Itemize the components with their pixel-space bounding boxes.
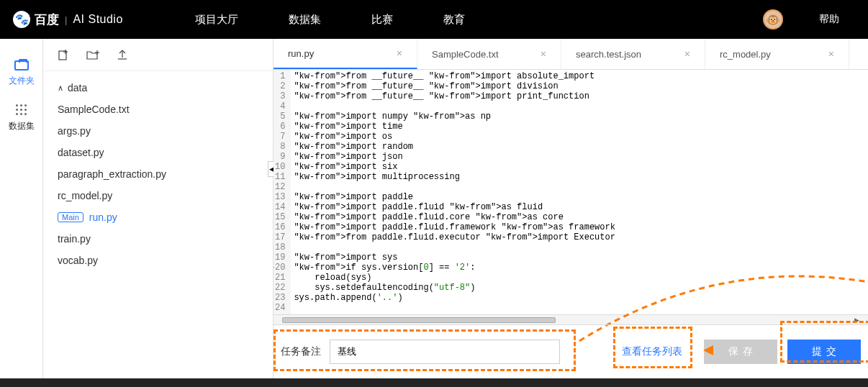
footer: 友情链接： PaddlePaddle训练营| PaddlePaddle官网| P…: [0, 378, 868, 387]
close-icon[interactable]: ×: [676, 48, 690, 60]
logo-baidu[interactable]: 🐾 百度: [13, 11, 59, 28]
editor-tab-samplecode[interactable]: SampleCode.txt ×: [417, 39, 561, 69]
tree-file[interactable]: dataset.py: [43, 142, 273, 163]
tree-file[interactable]: rc_model.py: [43, 185, 273, 206]
editor-tab-strip: run.py × SampleCode.txt × search.test.js…: [273, 39, 868, 70]
tree-file[interactable]: args.py: [43, 120, 273, 142]
task-bottom-bar: 任务备注 查看任务列表 保存 提交: [273, 324, 868, 378]
close-icon[interactable]: ×: [820, 48, 834, 60]
vnav-files-label: 文件夹: [9, 75, 35, 87]
tree-folder-data[interactable]: ∧ data: [43, 77, 273, 99]
new-folder-icon[interactable]: [86, 49, 99, 60]
tree-file[interactable]: SampleCode.txt: [43, 99, 273, 120]
vertical-nav: 文件夹 数据集: [0, 39, 43, 378]
task-remark-label: 任务备注: [281, 345, 321, 358]
close-icon[interactable]: ×: [532, 48, 546, 60]
grid-icon: [14, 104, 29, 116]
nav-competition[interactable]: 比赛: [371, 13, 393, 27]
submit-button[interactable]: 提交: [787, 340, 861, 364]
save-button[interactable]: 保存: [704, 340, 777, 364]
file-toolbar: [43, 39, 273, 71]
tree-file[interactable]: train.py: [43, 228, 273, 250]
help-link[interactable]: 帮助: [819, 13, 839, 26]
editor-tab-searchjson[interactable]: search.test.json ×: [561, 39, 705, 69]
scroll-right-icon[interactable]: ▶: [854, 317, 859, 324]
view-task-queue-link[interactable]: 查看任务列表: [622, 345, 682, 357]
editor-area: ◀ run.py × SampleCode.txt × search.test.…: [273, 39, 868, 378]
nav-dataset[interactable]: 数据集: [289, 13, 321, 27]
vnav-files[interactable]: 文件夹: [0, 52, 42, 96]
paw-icon: 🐾: [13, 11, 30, 28]
top-nav: 项目大厅 数据集 比赛 教育: [195, 13, 465, 27]
brand-sub: AI Studio: [73, 13, 122, 26]
top-right: 🐵 帮助: [763, 9, 868, 29]
nav-project-hall[interactable]: 项目大厅: [195, 13, 238, 27]
file-tree: ∧ data SampleCode.txt args.py dataset.py…: [43, 71, 273, 277]
tree-file-run[interactable]: Main run.py: [43, 206, 273, 228]
upload-icon[interactable]: [117, 49, 128, 60]
task-remark-input[interactable]: [330, 340, 560, 364]
brand-cn: 百度: [35, 12, 59, 28]
vnav-dataset-label: 数据集: [9, 120, 35, 132]
code-content[interactable]: "kw-from">from __future__ "kw-from">impo…: [291, 70, 868, 314]
logo-area: 🐾 百度 | AI Studio: [0, 11, 123, 28]
avatar[interactable]: 🐵: [763, 9, 783, 29]
line-gutter: 12345678910111213141516171819▾2021222324: [273, 70, 291, 314]
main-area: 文件夹 数据集 ∧ data SampleCode.txt args.py da…: [0, 39, 868, 378]
scrollbar-thumb[interactable]: [282, 317, 556, 323]
vnav-dataset[interactable]: 数据集: [0, 96, 42, 141]
brand-divider: |: [65, 14, 67, 25]
file-panel: ∧ data SampleCode.txt args.py dataset.py…: [43, 39, 273, 378]
new-file-icon[interactable]: [58, 49, 69, 60]
top-bar: 🐾 百度 | AI Studio 项目大厅 数据集 比赛 教育 🐵 帮助: [0, 0, 868, 39]
tree-file[interactable]: vocab.py: [43, 250, 273, 271]
main-badge: Main: [58, 212, 83, 222]
close-icon[interactable]: ×: [388, 47, 402, 59]
horizontal-scrollbar[interactable]: ◀ ▶: [273, 314, 868, 324]
code-editor[interactable]: 12345678910111213141516171819▾2021222324…: [273, 70, 868, 314]
chevron-right-icon: ∧: [58, 83, 63, 93]
editor-tab-rcmodel[interactable]: rc_model.py ×: [705, 39, 849, 69]
folder-icon: [14, 60, 29, 70]
folder-label: data: [68, 82, 87, 94]
editor-tab-run[interactable]: run.py ×: [273, 39, 417, 69]
nav-education[interactable]: 教育: [443, 13, 465, 27]
tree-file[interactable]: paragraph_extraction.py: [43, 163, 273, 185]
